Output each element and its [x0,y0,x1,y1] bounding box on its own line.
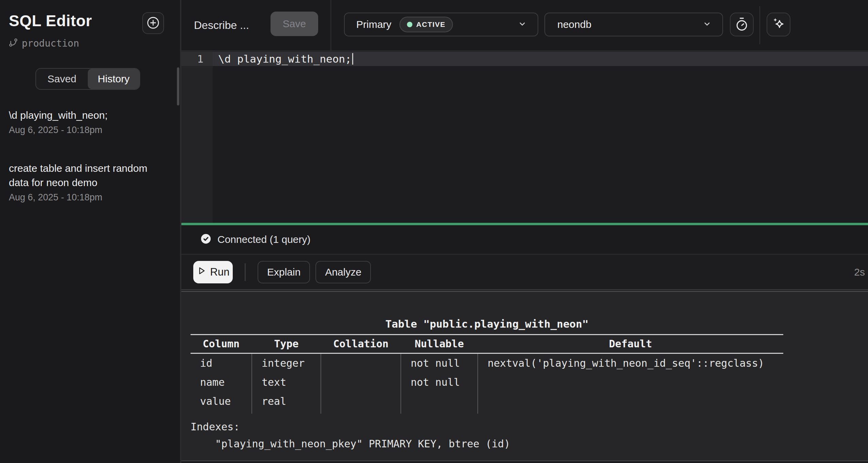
table-row: id integer not null nextval('playing_wit… [191,353,783,373]
line-number-gutter [181,51,213,223]
run-button[interactable]: Run [193,261,233,283]
code-editor[interactable]: 1 \d playing_with_neon; [181,51,868,223]
branch-indicator: production [8,37,79,49]
toolbar-divider [330,0,331,50]
history-item-timestamp: Aug 6, 2025 - 10:18pm [9,191,167,204]
query-duration: 2s [854,255,865,289]
cell [321,353,401,373]
database-selector[interactable]: neondb [544,13,723,36]
toolbar: Describe ... Save Primary ACTIVE neondb [181,0,868,51]
column-header: Default [478,335,783,353]
result-table: Column Type Collation Nullable Default i… [191,334,783,414]
query-tab-title: Describe ... [194,19,249,32]
page-title: SQL Editor [9,12,92,30]
action-bar-divider [245,263,246,281]
result-indexes: Indexes: "playing_with_neon_pkey" PRIMAR… [191,418,868,452]
column-header: Nullable [401,335,478,353]
tab-saved[interactable]: Saved [36,69,88,89]
database-selector-value: neondb [557,19,591,30]
column-header: Type [252,335,321,353]
connection-accent-bar [181,223,868,225]
saved-history-toggle: Saved History [35,68,140,90]
branch-selector[interactable]: Primary ACTIVE [344,13,538,36]
result-table-title: Table "public.playing_with_neon" [191,316,783,331]
history-list: \d playing_with_neon; Aug 6, 2025 - 10:1… [9,108,167,229]
ai-assist-button[interactable] [767,13,790,36]
column-header: Collation [321,335,401,353]
query-timer-button[interactable] [730,13,754,36]
branch-name: production [22,38,79,49]
new-query-button[interactable] [142,12,164,34]
cell: text [252,373,321,392]
run-button-label: Run [210,266,230,278]
play-icon [197,266,206,278]
status-badge-label: ACTIVE [416,20,445,29]
toolbar-icon-divider [759,6,760,44]
sql-editor-app: SQL Editor production Saved History [0,0,868,463]
action-bar: Run Explain Analyze 2s [181,255,868,290]
table-row: name text not null [191,373,783,392]
cell: value [191,392,252,414]
sidebar: SQL Editor production Saved History [0,0,180,463]
sidebar-scrollbar-thumb[interactable] [177,67,179,105]
cell: nextval('playing_with_neon_id_seq'::regc… [478,353,783,373]
cell [401,392,478,414]
stopwatch-icon [734,17,749,33]
code-cell: \d playing_with_neon; [213,52,868,66]
git-branch-icon [8,37,18,49]
tab-history[interactable]: History [88,69,140,89]
history-item-timestamp: Aug 6, 2025 - 10:18pm [9,123,167,137]
cell: not null [401,353,478,373]
main-panel: Describe ... Save Primary ACTIVE neondb [181,0,868,463]
history-item[interactable]: create table and insert random data for … [9,161,167,204]
save-button[interactable]: Save [271,12,318,36]
cell [321,392,401,414]
plus-circle-icon [146,16,160,31]
code-text: \d playing_with_neon; [218,53,351,65]
cell [478,373,783,392]
status-badge: ACTIVE [399,17,453,32]
indexes-label: Indexes: [191,418,868,435]
cell: real [252,392,321,414]
chevron-down-icon [517,19,527,30]
line-number: 1 [181,52,213,66]
analyze-button[interactable]: Analyze [315,261,371,283]
index-definition: "playing_with_neon_pkey" PRIMARY KEY, bt… [191,435,868,452]
result-header-row: Column Type Collation Nullable Default [191,335,783,353]
history-item-title: \d playing_with_neon; [9,108,167,122]
results-panel: Table "public.playing_with_neon" Column … [181,291,868,461]
history-item-title: create table and insert random data for … [9,161,167,190]
table-row: value real [191,392,783,414]
explain-button[interactable]: Explain [258,261,310,283]
connection-status-bar: Connected (1 query) [181,225,868,255]
sparkles-icon [771,16,786,33]
cell: name [191,373,252,392]
cell [321,373,401,392]
cell [478,392,783,414]
cell: id [191,353,252,373]
check-circle-icon [200,233,212,246]
active-dot-icon [407,22,412,27]
branch-selector-value: Primary [356,19,391,30]
chevron-down-icon [702,19,712,30]
connection-status-text: Connected (1 query) [217,234,311,245]
text-cursor [352,53,353,65]
column-header: Column [191,335,252,353]
cell: integer [252,353,321,373]
cell: not null [401,373,478,392]
history-item[interactable]: \d playing_with_neon; Aug 6, 2025 - 10:1… [9,108,167,137]
editor-active-line: 1 \d playing_with_neon; [181,52,868,66]
